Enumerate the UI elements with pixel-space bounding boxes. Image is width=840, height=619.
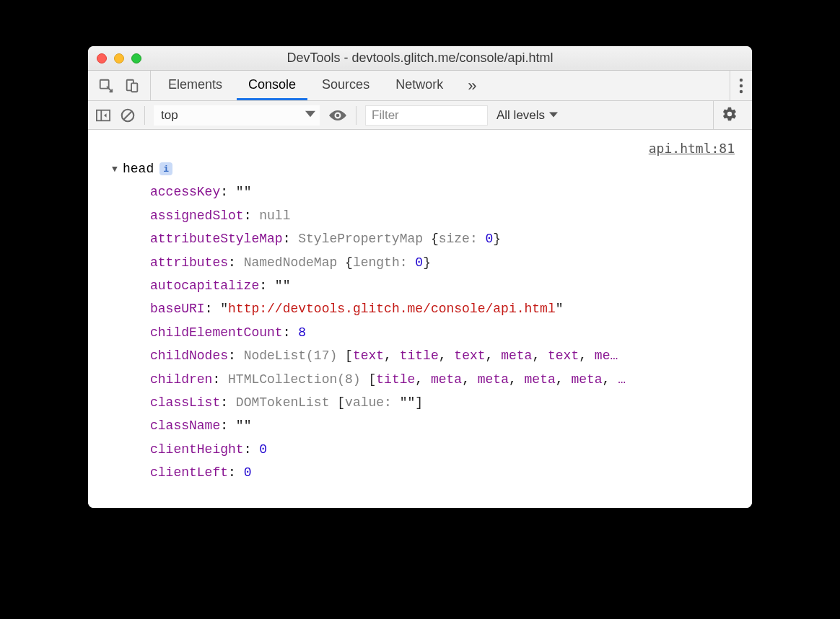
panel-tabs: Elements Console Sources Network » bbox=[151, 71, 730, 100]
device-toggle-icon[interactable] bbox=[124, 78, 140, 94]
select-element-icon[interactable] bbox=[98, 78, 114, 94]
toolbar-divider bbox=[144, 106, 145, 125]
context-select-value: top bbox=[161, 108, 178, 123]
property-key: accessKey bbox=[150, 185, 220, 199]
property-row: clientLeft: 0 bbox=[150, 461, 738, 484]
source-link[interactable]: api.html:81 bbox=[649, 137, 735, 160]
log-levels-label: All levels bbox=[496, 108, 545, 123]
traffic-lights bbox=[97, 53, 141, 63]
property-key: autocapitalize bbox=[150, 278, 259, 293]
svg-line-10 bbox=[123, 111, 132, 120]
property-key: assignedSlot bbox=[150, 208, 244, 223]
kebab-menu-button[interactable] bbox=[730, 71, 752, 100]
titlebar: DevTools - devtools.glitch.me/console/ap… bbox=[88, 46, 752, 71]
property-key: childElementCount bbox=[150, 325, 283, 340]
console-sidebar-toggle-icon[interactable] bbox=[95, 108, 111, 123]
console-toolbar: top All levels bbox=[88, 101, 752, 130]
tab-console[interactable]: Console bbox=[237, 71, 307, 100]
property-row: className: "" bbox=[150, 414, 738, 437]
svg-rect-6 bbox=[97, 110, 110, 120]
property-value: null bbox=[259, 208, 290, 223]
property-key: attributeStyleMap bbox=[150, 232, 283, 246]
object-properties: accessKey: ""assignedSlot: null▶attribut… bbox=[110, 180, 738, 484]
info-badge-icon[interactable]: i bbox=[159, 162, 172, 175]
minimize-window-button[interactable] bbox=[114, 53, 124, 63]
property-key: clientLeft bbox=[150, 465, 228, 480]
property-type: HTMLCollection(8) bbox=[228, 372, 368, 387]
execution-context-select[interactable]: top bbox=[154, 105, 320, 126]
property-row: assignedSlot: null bbox=[150, 204, 738, 227]
tab-elements[interactable]: Elements bbox=[157, 71, 234, 100]
svg-marker-8 bbox=[104, 113, 107, 117]
disclosure-triangle-open-icon: ▼ bbox=[110, 161, 120, 177]
object-root[interactable]: ▼ head i bbox=[110, 157, 738, 180]
property-value: 0 bbox=[244, 465, 252, 480]
property-row: clientHeight: 0 bbox=[150, 438, 738, 461]
property-row[interactable]: ▶attributeStyleMap: StylePropertyMap {si… bbox=[150, 227, 738, 250]
property-key: className bbox=[150, 418, 220, 433]
property-key: children bbox=[150, 372, 212, 387]
more-tabs-button[interactable]: » bbox=[458, 71, 486, 100]
property-key: attributes bbox=[150, 255, 228, 270]
clear-console-icon[interactable] bbox=[120, 107, 136, 123]
property-key: childNodes bbox=[150, 348, 228, 363]
property-value: http://devtools.glitch.me/console/api.ht… bbox=[228, 302, 556, 316]
maximize-window-button[interactable] bbox=[131, 53, 141, 63]
inspect-tools bbox=[88, 71, 151, 100]
svg-point-12 bbox=[336, 113, 340, 117]
tab-network[interactable]: Network bbox=[384, 71, 455, 100]
svg-point-4 bbox=[740, 84, 743, 87]
property-row[interactable]: ▶childNodes: NodeList(17) [text, title, … bbox=[150, 344, 738, 367]
window-title: DevTools - devtools.glitch.me/console/ap… bbox=[88, 51, 752, 66]
tab-sources[interactable]: Sources bbox=[310, 71, 381, 100]
console-output: api.html:81 ▼ head i accessKey: ""assign… bbox=[88, 130, 752, 508]
property-type: StylePropertyMap bbox=[298, 232, 431, 246]
svg-point-3 bbox=[740, 78, 743, 81]
property-row: accessKey: "" bbox=[150, 180, 738, 203]
filter-input[interactable] bbox=[365, 105, 488, 126]
property-key: baseURI bbox=[150, 302, 205, 316]
property-row: childElementCount: 8 bbox=[150, 321, 738, 344]
close-window-button[interactable] bbox=[97, 53, 107, 63]
property-type: NamedNodeMap bbox=[244, 255, 345, 270]
gear-icon bbox=[722, 106, 738, 125]
svg-point-5 bbox=[740, 89, 743, 92]
log-levels-select[interactable]: All levels bbox=[496, 108, 558, 123]
property-type: DOMTokenList bbox=[236, 395, 337, 410]
object-tree: ▼ head i accessKey: ""assignedSlot: null… bbox=[88, 130, 752, 484]
live-expression-icon[interactable] bbox=[328, 108, 347, 123]
devtools-window: DevTools - devtools.glitch.me/console/ap… bbox=[88, 46, 752, 508]
property-row[interactable]: ▶children: HTMLCollection(8) [title, met… bbox=[150, 368, 738, 391]
property-row: baseURI: "http://devtools.glitch.me/cons… bbox=[150, 297, 738, 320]
property-key: clientHeight bbox=[150, 442, 244, 457]
console-settings-button[interactable] bbox=[713, 101, 745, 130]
property-row: autocapitalize: "" bbox=[150, 274, 738, 297]
toolbar-divider bbox=[356, 106, 356, 125]
property-value: 0 bbox=[259, 442, 267, 457]
svg-marker-11 bbox=[305, 110, 315, 116]
property-row[interactable]: ▶attributes: NamedNodeMap {length: 0} bbox=[150, 251, 738, 274]
devtools-tabs-bar: Elements Console Sources Network » bbox=[88, 71, 752, 101]
svg-rect-2 bbox=[131, 83, 137, 92]
chevron-down-icon bbox=[549, 108, 558, 123]
object-root-name: head bbox=[123, 157, 154, 180]
svg-marker-13 bbox=[549, 112, 558, 117]
property-row[interactable]: ▶classList: DOMTokenList [value: ""] bbox=[150, 391, 738, 414]
chevron-down-icon bbox=[305, 108, 315, 123]
property-type: NodeList(17) bbox=[244, 348, 345, 363]
property-key: classList bbox=[150, 395, 220, 410]
property-value: 8 bbox=[298, 325, 306, 340]
